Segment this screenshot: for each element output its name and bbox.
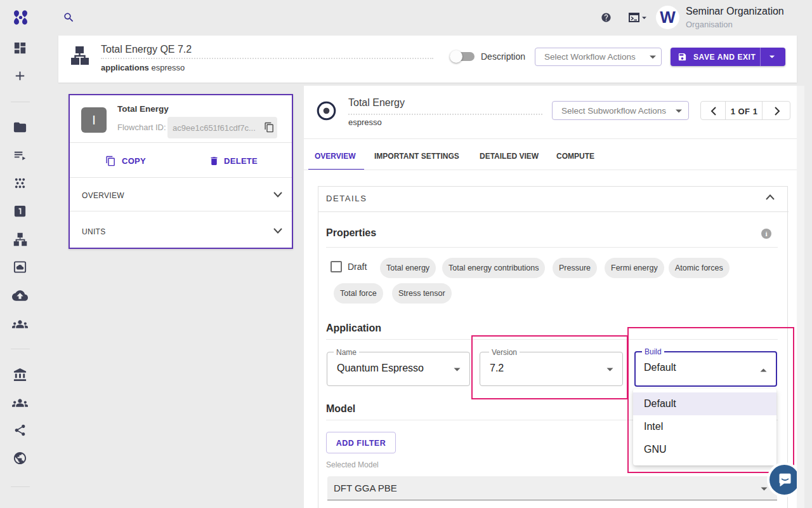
svg-text:i: i <box>765 230 767 237</box>
